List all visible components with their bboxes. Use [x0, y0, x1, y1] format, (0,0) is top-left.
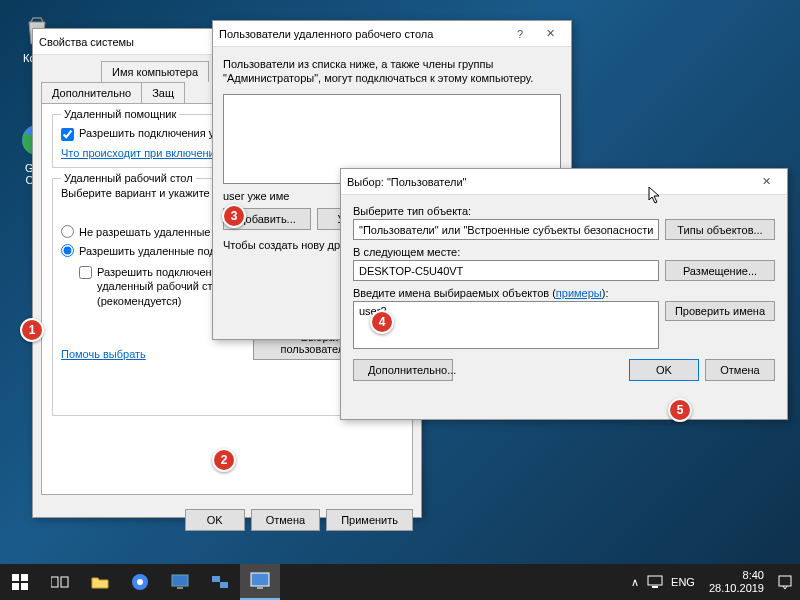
- what-happens-link[interactable]: Что происходит при включени: [61, 147, 215, 159]
- chrome-taskbar-icon[interactable]: [120, 564, 160, 600]
- svg-rect-4: [21, 574, 28, 581]
- checkbox-input[interactable]: [61, 128, 74, 141]
- language-indicator[interactable]: ENG: [671, 576, 695, 588]
- svg-rect-19: [779, 576, 791, 586]
- svg-rect-14: [220, 582, 228, 588]
- tab-additional[interactable]: Дополнительно: [41, 82, 142, 103]
- tray-monitor-icon[interactable]: [647, 575, 663, 589]
- time: 8:40: [709, 569, 764, 582]
- location-field: [353, 260, 659, 281]
- svg-rect-11: [172, 575, 188, 586]
- help-button[interactable]: ?: [505, 23, 535, 45]
- svg-rect-15: [251, 573, 269, 586]
- cancel-button[interactable]: Отмена: [705, 359, 775, 381]
- object-type-field: [353, 219, 659, 240]
- marker-2: 2: [212, 448, 236, 472]
- names-label: Введите имена выбираемых объектов (приме…: [353, 287, 775, 299]
- group-title: Удаленный рабочий стол: [61, 172, 196, 184]
- cancel-button[interactable]: Отмена: [251, 509, 320, 531]
- select-users-window: Выбор: "Пользователи" ✕ Выберите тип объ…: [340, 168, 788, 420]
- close-button[interactable]: ✕: [535, 23, 565, 45]
- system-properties-taskbar-icon[interactable]: [240, 564, 280, 600]
- start-button[interactable]: [0, 564, 40, 600]
- network-icon[interactable]: [200, 564, 240, 600]
- titlebar[interactable]: Выбор: "Пользователи" ✕: [341, 169, 787, 195]
- clock[interactable]: 8:40 28.10.2019: [703, 569, 770, 595]
- advanced-button[interactable]: Дополнительно...: [353, 359, 453, 381]
- svg-rect-6: [21, 583, 28, 590]
- monitor-icon[interactable]: [160, 564, 200, 600]
- tab-protection[interactable]: Защ: [141, 82, 185, 103]
- instruction-text: Пользователи из списка ниже, а также чле…: [223, 57, 561, 86]
- checkbox-input[interactable]: [79, 266, 92, 279]
- window-title: Пользователи удаленного рабочего стола: [219, 28, 505, 40]
- svg-rect-16: [257, 587, 263, 589]
- apply-button[interactable]: Применить: [326, 509, 413, 531]
- taskview-icon[interactable]: [40, 564, 80, 600]
- system-tray: ∧ ENG 8:40 28.10.2019: [631, 569, 800, 595]
- svg-rect-8: [61, 577, 68, 587]
- radio-input[interactable]: [61, 225, 74, 238]
- examples-link[interactable]: примеры: [556, 287, 602, 299]
- svg-rect-18: [652, 586, 658, 588]
- tray-chevron-icon[interactable]: ∧: [631, 576, 639, 589]
- close-button[interactable]: ✕: [751, 171, 781, 193]
- titlebar[interactable]: Пользователи удаленного рабочего стола ?…: [213, 21, 571, 47]
- svg-rect-17: [648, 576, 662, 585]
- marker-1: 1: [20, 318, 44, 342]
- location-button[interactable]: Размещение...: [665, 260, 775, 281]
- notifications-icon[interactable]: [778, 575, 792, 589]
- group-title: Удаленный помощник: [61, 108, 179, 120]
- marker-5: 5: [668, 398, 692, 422]
- radio-input[interactable]: [61, 244, 74, 257]
- svg-rect-13: [212, 576, 220, 582]
- taskbar: ∧ ENG 8:40 28.10.2019: [0, 564, 800, 600]
- svg-rect-7: [51, 577, 58, 587]
- check-names-button[interactable]: Проверить имена: [665, 301, 775, 321]
- marker-3: 3: [222, 204, 246, 228]
- marker-4: 4: [370, 310, 394, 334]
- ok-button[interactable]: OK: [629, 359, 699, 381]
- svg-rect-5: [12, 583, 19, 590]
- cursor-icon: [648, 186, 662, 204]
- svg-rect-12: [177, 587, 183, 589]
- date: 28.10.2019: [709, 582, 764, 595]
- window-title: Выбор: "Пользователи": [347, 176, 751, 188]
- location-label: В следующем месте:: [353, 246, 775, 258]
- ok-button[interactable]: OK: [185, 509, 245, 531]
- names-input[interactable]: user2: [353, 301, 659, 349]
- tab-computer-name[interactable]: Имя компьютера: [101, 61, 209, 82]
- help-choose-link[interactable]: Помочь выбрать: [61, 348, 146, 360]
- object-type-label: Выберите тип объекта:: [353, 205, 775, 217]
- explorer-icon[interactable]: [80, 564, 120, 600]
- object-types-button[interactable]: Типы объектов...: [665, 219, 775, 240]
- svg-point-10: [137, 579, 143, 585]
- svg-rect-3: [12, 574, 19, 581]
